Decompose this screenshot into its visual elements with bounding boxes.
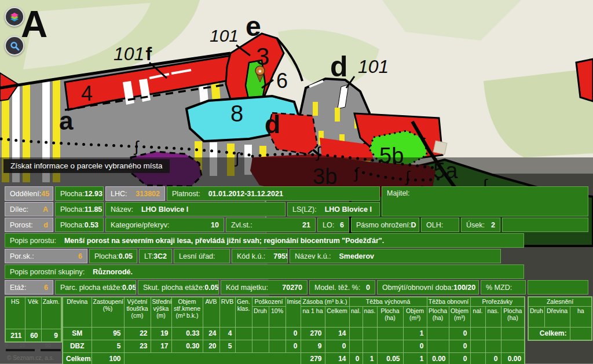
col-header: Střední výška (m) — [151, 297, 171, 327]
field-value: 6 — [340, 221, 344, 229]
col-header: Druh — [528, 306, 544, 327]
field-value: LHO Blovice I — [325, 205, 372, 214]
search-button[interactable] — [5, 36, 24, 56]
field-value: A — [43, 205, 48, 214]
col-header: Druh — [252, 306, 269, 327]
cell: SM — [63, 327, 91, 340]
cell — [470, 327, 485, 340]
group-header: Zásoba (m³ b.k.) — [301, 297, 349, 306]
field-value: 795551 — [273, 252, 288, 260]
field-value: 3C2 — [153, 252, 167, 260]
field-value: 2 — [491, 221, 495, 229]
col-header: Objem (m³) — [449, 306, 470, 327]
col-header: Celkem — [325, 306, 349, 327]
field-label: Lesní úřad: — [179, 252, 215, 260]
cell — [269, 340, 285, 352]
sub-header-row: Druh Dřevina ha — [528, 306, 592, 327]
map-label-101f: 101f — [114, 43, 152, 64]
field-label: Porost: — [10, 221, 33, 229]
header-row: HS Věk Zakm. — [5, 297, 61, 329]
cell — [501, 340, 525, 352]
field-label: Dílec: — [10, 205, 28, 214]
cell — [485, 340, 501, 352]
col-header: nal. — [349, 306, 363, 327]
scale-tick: 50 — [45, 343, 51, 348]
field-popis-porostu: Popis porostu: Menší porost na severním … — [5, 233, 524, 248]
tool-tooltip: Získat informace o parcele vybraného mís… — [3, 159, 170, 173]
stand-row-sm: SM 95 22 19 0.33 24 4 0 270 14 1 0 — [63, 327, 525, 340]
total-label: Celkem: — [528, 327, 570, 340]
field-label: LO: — [323, 221, 334, 229]
cell — [485, 327, 501, 340]
cell: 1 — [363, 352, 377, 364]
field-lslz: LS(LZ): LHO Blovice I — [287, 202, 380, 216]
scale-bar — [41, 349, 61, 351]
field-etaz: Etáž: 6 — [5, 280, 53, 295]
cell: 1 — [403, 327, 427, 340]
cell: 60 — [25, 329, 41, 343]
cell: 4 — [219, 327, 235, 340]
field-value: 313802 — [136, 190, 160, 198]
field-value: D — [411, 221, 416, 229]
field-plocha-dil: Plocha: 11.85 — [55, 202, 104, 216]
cell — [570, 327, 592, 340]
field-pasmo: Pásmo ohrožení: D — [351, 218, 419, 232]
field-label: LT: — [144, 252, 153, 260]
group-header: Prořezávky — [470, 297, 525, 306]
field-value: 70270 — [282, 284, 302, 292]
group-header: Těžba obnovní — [427, 297, 470, 306]
group-header-row: Zalesnění — [528, 297, 592, 306]
cell: 19 — [151, 327, 171, 340]
field-value: 01.01.2012-31.12.2021 — [208, 190, 283, 198]
field-lt: LT: 3C2 — [139, 249, 172, 263]
cell — [501, 327, 525, 340]
cell — [377, 340, 403, 352]
field-lhc: LHC: 313802 — [105, 186, 165, 201]
field-label: Pásmo ohrožení: — [356, 221, 411, 229]
field-value: Různorodé. — [93, 268, 133, 276]
field-label: Název: — [111, 205, 133, 214]
field-value: 12.93 — [85, 190, 103, 198]
field-label: LHC: — [111, 190, 127, 198]
cell: 23 — [124, 340, 151, 352]
field-label: Skut. plocha etáže: — [143, 284, 204, 292]
stand-data-table: Dřevina Zastoupení (%) Výčetní tloušťka … — [62, 296, 525, 364]
field-label: Název k.ú.: — [295, 252, 331, 260]
cell: 0 — [285, 327, 301, 340]
scale-tick: 25 — [20, 343, 25, 348]
layers-icon — [9, 12, 20, 22]
col-header: na 1 ha — [301, 306, 325, 327]
field-empty — [528, 280, 588, 295]
cell: 0 — [285, 340, 301, 352]
field-value: Smederov — [339, 252, 374, 260]
zalesneni-table: Zalesnění Druh Dřevina ha Celkem: — [528, 296, 592, 341]
field-value: 6 — [44, 284, 48, 292]
cell: 0 — [449, 340, 470, 352]
field-label: OLH: — [426, 221, 443, 229]
total-row: Celkem: 100 279 14 0 1 0.05 1 0.00 0 0 0… — [63, 352, 525, 364]
field-value: 0.53 — [85, 221, 98, 229]
field-lo: LO: 6 — [317, 218, 349, 232]
field-label: Obmýtí/obnovní doba: — [382, 284, 453, 292]
map-label-d-cyan: d — [265, 110, 280, 138]
map-label-4: 4 — [81, 82, 93, 105]
cell — [124, 352, 301, 364]
layers-button[interactable] — [5, 7, 24, 27]
stand-row-dbz: DBZ 5 23 17 0.30 20 5 0 9 0 0 0 — [63, 340, 525, 352]
cell: 100 — [91, 352, 124, 364]
cell — [252, 327, 269, 340]
field-label: Kategorie/překryv: — [111, 221, 169, 229]
map-label-e: e — [246, 11, 261, 42]
cell: 0.00 — [427, 352, 449, 364]
cell: 211 — [5, 329, 25, 343]
cell — [427, 340, 449, 352]
field-label: Kód majetku: — [226, 284, 268, 292]
field-label: Zvl.st.: — [231, 221, 252, 229]
col-header: nas. — [363, 306, 377, 327]
col-header: RVB — [219, 297, 235, 327]
field-kod-majetku: Kód majetku: 70270 — [221, 280, 308, 295]
total-row: Celkem: — [528, 327, 592, 340]
field-value: 0.05 — [119, 252, 133, 260]
field-plocha-por: Plocha: 0.53 — [55, 218, 104, 232]
field-usek: Úsek: 2 — [461, 218, 500, 232]
